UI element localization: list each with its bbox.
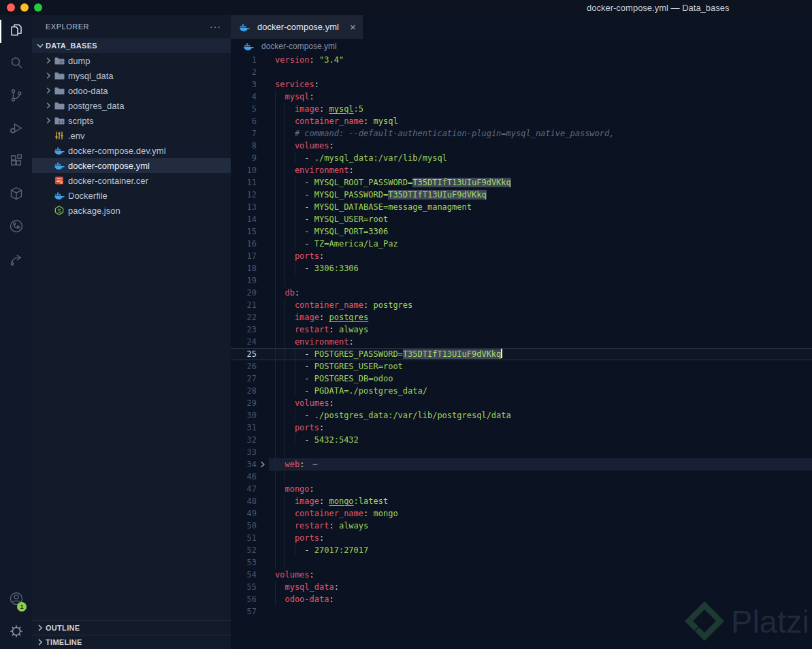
line-number[interactable]: 46 <box>231 471 269 483</box>
code-line[interactable]: 26- POSTGRES_USER=root <box>231 360 812 373</box>
tree-item-docker-compose-yml[interactable]: docker-compose.yml <box>32 158 231 173</box>
code-line[interactable]: 21container_name: postgres <box>231 299 812 311</box>
line-number[interactable]: 55 <box>231 581 269 593</box>
code-line[interactable]: 31ports: <box>231 422 812 434</box>
line-number[interactable]: 28 <box>231 385 269 397</box>
code-line[interactable]: 23restart: always <box>231 323 812 336</box>
line-number[interactable]: 3 <box>231 78 269 91</box>
code-line[interactable]: 16- TZ=America/La_Paz <box>231 238 812 250</box>
code-line[interactable]: 22image: postgres <box>231 311 812 323</box>
line-number[interactable]: 27 <box>231 373 269 385</box>
close-tab-icon[interactable]: × <box>350 22 356 32</box>
line-number[interactable]: 1 <box>231 54 269 66</box>
code-line[interactable]: 24environment: <box>231 336 812 348</box>
code-line[interactable]: 57 <box>231 605 812 618</box>
code-line[interactable]: 27- POSTGRES_DB=odoo <box>231 373 812 385</box>
code-line[interactable]: 56odoo-data: <box>231 593 812 605</box>
line-number[interactable]: 34 <box>231 458 269 471</box>
code-line[interactable]: 11- MYSQL_ROOT_PASSWORD=T35DTIfT13UIuF9d… <box>231 176 812 189</box>
code-line[interactable]: 25- POSTGRES_PASSWORD=T35DTIfT13UIuF9dVK… <box>231 348 812 360</box>
close-window-button[interactable] <box>7 3 15 12</box>
workspace-root-row[interactable]: DATA_BASES <box>32 38 231 53</box>
outline-panel-header[interactable]: OUTLINE <box>32 620 231 635</box>
code-line[interactable]: 5image: mysql:5 <box>231 103 812 115</box>
line-number[interactable]: 51 <box>231 532 269 544</box>
line-number[interactable]: 16 <box>231 238 269 250</box>
line-number[interactable]: 24 <box>231 336 269 348</box>
line-number[interactable]: 47 <box>231 483 269 495</box>
code-line[interactable]: 46 <box>231 471 812 483</box>
code-line[interactable]: 29volumes: <box>231 397 812 409</box>
code-line[interactable]: 48image: mongo:latest <box>231 495 812 507</box>
line-number[interactable]: 50 <box>231 520 269 532</box>
code-line[interactable]: 55mysql_data: <box>231 581 812 593</box>
line-number[interactable]: 49 <box>231 507 269 520</box>
line-number[interactable]: 15 <box>231 225 269 238</box>
code-line[interactable]: 12- MYSQL_PASSWORD=T35DTIfT13UIuF9dVKkq <box>231 189 812 201</box>
code-line[interactable]: 32- 5432:5432 <box>231 434 812 446</box>
line-number[interactable]: 57 <box>231 605 269 618</box>
tree-item-docker-compose-dev-yml[interactable]: docker-compose.dev.yml <box>32 143 231 158</box>
line-number[interactable]: 5 <box>231 103 269 115</box>
code-line[interactable]: 2 <box>231 66 812 78</box>
activity-search-button[interactable] <box>0 48 32 80</box>
line-number[interactable]: 25 <box>231 348 269 360</box>
tree-item-mysql-data[interactable]: mysql_data <box>32 68 231 83</box>
line-number[interactable]: 9 <box>231 152 269 164</box>
settings-button[interactable] <box>0 616 32 649</box>
code-line[interactable]: 13- MYSQL_DATABASE=message_managment <box>231 201 812 213</box>
line-number[interactable]: 10 <box>231 164 269 176</box>
code-line[interactable]: 9- ./mysql_data:/var/lib/mysql <box>231 152 812 164</box>
line-number[interactable]: 14 <box>231 213 269 225</box>
code-line[interactable]: 49container_name: mongo <box>231 507 812 520</box>
line-number[interactable]: 22 <box>231 311 269 323</box>
tree-item-scripts[interactable]: scripts <box>32 113 231 128</box>
account-button[interactable]: 1 <box>0 584 32 616</box>
minimize-window-button[interactable] <box>20 3 29 12</box>
line-number[interactable]: 53 <box>231 556 269 569</box>
line-number[interactable]: 56 <box>231 593 269 605</box>
maximize-window-button[interactable] <box>34 3 42 12</box>
code-line[interactable]: 54volumes: <box>231 569 812 581</box>
code-line[interactable]: 17ports: <box>231 250 812 262</box>
line-number[interactable]: 18 <box>231 262 269 274</box>
line-number[interactable]: 12 <box>231 189 269 201</box>
code-line[interactable]: 52- 27017:27017 <box>231 544 812 556</box>
code-line[interactable]: 53 <box>231 556 812 569</box>
tree-item-dump[interactable]: dump <box>32 53 231 68</box>
activity-run-debug-button[interactable] <box>0 113 32 146</box>
line-number[interactable]: 26 <box>231 360 269 373</box>
line-number[interactable]: 2 <box>231 66 269 78</box>
line-number[interactable]: 7 <box>231 127 269 140</box>
line-number[interactable]: 11 <box>231 176 269 189</box>
line-number[interactable]: 33 <box>231 446 269 458</box>
line-number[interactable]: 4 <box>231 91 269 103</box>
code-line[interactable]: 8volumes: <box>231 140 812 152</box>
fold-chevron-icon[interactable] <box>258 459 267 470</box>
code-line[interactable]: 34web: ⋯ <box>231 458 812 471</box>
activity-extensions-button[interactable] <box>0 146 32 178</box>
line-number[interactable]: 32 <box>231 434 269 446</box>
timeline-panel-header[interactable]: TIMELINE <box>32 635 231 649</box>
line-number[interactable]: 6 <box>231 115 269 127</box>
code-line[interactable]: 3services: <box>231 78 812 91</box>
line-number[interactable]: 31 <box>231 422 269 434</box>
line-number[interactable]: 13 <box>231 201 269 213</box>
line-number[interactable]: 19 <box>231 274 269 287</box>
code-line[interactable]: 1version: "3.4" <box>231 54 812 66</box>
activity-explorer-button[interactable] <box>0 15 32 48</box>
code-line[interactable]: 15- MYSQL_PORT=3306 <box>231 225 812 238</box>
line-number[interactable]: 21 <box>231 299 269 311</box>
code-line[interactable]: 10environment: <box>231 164 812 176</box>
breadcrumb[interactable]: docker-compose.yml <box>231 39 812 54</box>
tree-item-env[interactable]: .env <box>32 128 231 143</box>
tree-item-package-json[interactable]: package.json <box>32 203 231 218</box>
code-line[interactable]: 51ports: <box>231 532 812 544</box>
code-line[interactable]: 4mysql: <box>231 91 812 103</box>
activity-source-control-button[interactable] <box>0 80 32 113</box>
code-line[interactable]: 19 <box>231 274 812 287</box>
code-line[interactable]: 6container_name: mysql <box>231 115 812 127</box>
tab-docker-compose-yml[interactable]: docker-compose.yml × <box>231 15 363 39</box>
activity-gitlens-button[interactable] <box>0 211 32 244</box>
code-line[interactable]: 28- PGDATA=./postgres_data/ <box>231 385 812 397</box>
